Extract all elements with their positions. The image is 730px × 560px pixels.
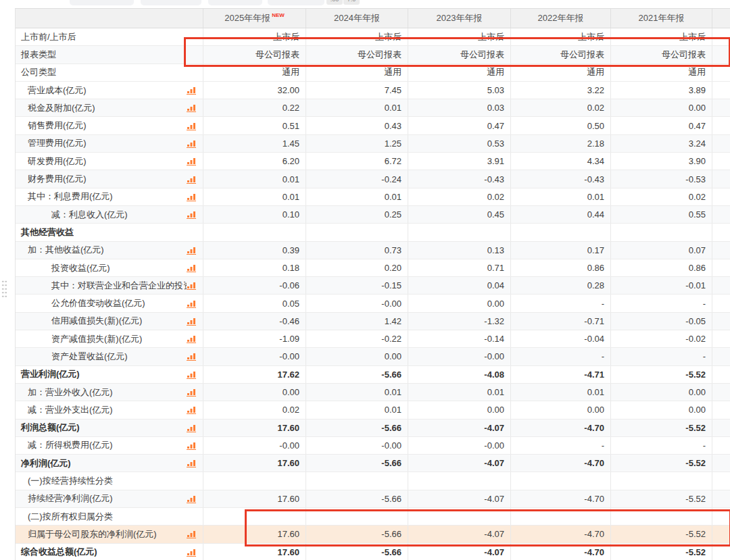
row-label: 销售费用(亿元) — [16, 120, 87, 132]
bar-chart-icon[interactable] — [187, 246, 196, 255]
value-cell: -5.66 — [306, 490, 408, 507]
value-cell: 6.20 — [203, 153, 306, 170]
clipped-cell — [712, 206, 730, 223]
clipped-cell — [712, 170, 730, 187]
toolbar-button[interactable] — [208, 0, 262, 5]
bar-chart-icon[interactable] — [187, 334, 196, 343]
row-label-cell: 研发费用(亿元) — [16, 153, 203, 170]
table-row: 资产减值损失(新)(亿元)-1.09-0.22-0.14-0.04-0.02 — [16, 330, 730, 348]
bar-chart-icon[interactable] — [187, 210, 196, 219]
clipped-cell — [712, 472, 730, 489]
value-cell: 0.55 — [611, 206, 712, 223]
value-cell: -4.07 — [408, 544, 511, 560]
value-cell: 0.73 — [306, 242, 408, 259]
toolbar-badge[interactable]: .00 — [326, 0, 343, 5]
bar-chart-icon[interactable] — [187, 459, 196, 467]
value-cell: -4.70 — [511, 455, 611, 472]
header-cell-period[interactable]: 2025年年报NEW — [203, 9, 306, 28]
table-row: 税金及附加(亿元)0.220.010.030.020.00 — [16, 99, 730, 117]
bar-chart-icon[interactable] — [187, 388, 196, 397]
table-row: 其中：利息费用(亿元)0.010.010.020.010.02 — [16, 188, 730, 206]
value-cell — [306, 508, 408, 525]
row-label-cell: 其他经营收益 — [16, 224, 203, 240]
header-cell-empty — [16, 9, 203, 28]
bar-chart-icon[interactable] — [187, 86, 196, 95]
bar-chart-icon[interactable] — [187, 548, 196, 557]
row-label: 上市前/上市后 — [16, 31, 76, 43]
value-cell: 母公司报表 — [203, 46, 306, 63]
toolbar-button[interactable] — [268, 0, 324, 5]
value-cell: -0.02 — [611, 330, 712, 347]
row-label: 营业利润(亿元) — [16, 368, 80, 380]
bar-chart-icon[interactable] — [187, 103, 196, 112]
row-label: 资产处置收益(亿元) — [16, 351, 128, 363]
table-row: 加：营业外收入(亿元)0.000.010.010.010.00 — [16, 384, 730, 401]
row-label: 报表类型 — [16, 49, 56, 61]
bar-chart-icon[interactable] — [187, 299, 196, 308]
row-label-cell: 净利润(亿元) — [16, 455, 203, 472]
value-cell — [611, 224, 712, 240]
value-cell: -5.52 — [611, 544, 712, 560]
value-cell: 0.47 — [408, 117, 511, 134]
value-cell: -0.14 — [408, 330, 511, 347]
toolbar-button[interactable] — [141, 0, 201, 5]
value-cell: 上市后 — [203, 28, 306, 45]
bar-chart-icon[interactable] — [187, 405, 196, 414]
value-cell — [203, 472, 306, 489]
bar-chart-icon[interactable] — [187, 263, 196, 272]
table-row: (二)按所有权归属分类 — [16, 508, 730, 526]
bar-chart-icon[interactable] — [187, 352, 196, 361]
value-cell: 5.03 — [408, 82, 511, 99]
value-cell: 通用 — [511, 64, 611, 81]
value-cell: 0.50 — [511, 117, 611, 134]
value-cell: - — [611, 295, 712, 311]
bar-chart-icon[interactable] — [187, 530, 196, 538]
table-row: 其中：对联营企业和合营企业的投资...-0.06-0.150.040.28-0.… — [16, 277, 730, 295]
value-cell: -0.46 — [203, 313, 306, 330]
value-cell: -5.52 — [611, 455, 712, 472]
value-cell: -4.07 — [408, 419, 511, 436]
row-label: 加：其他收益(亿元) — [16, 244, 104, 256]
bar-chart-icon[interactable] — [187, 494, 196, 503]
value-cell: 17.60 — [203, 490, 306, 507]
clipped-cell — [712, 259, 730, 276]
row-label: 财务费用(亿元) — [16, 173, 87, 185]
bar-chart-icon[interactable] — [187, 281, 196, 290]
clipped-cell — [712, 82, 730, 99]
header-cell-period[interactable]: 2023年年报 — [408, 9, 511, 28]
period-label: 2024年年报 — [334, 12, 380, 24]
header-cell-period[interactable]: 2024年年报 — [306, 9, 408, 28]
bar-chart-icon[interactable] — [187, 424, 196, 432]
row-label: 税金及附加(亿元) — [16, 102, 95, 114]
clipped-cell — [712, 99, 730, 116]
value-cell: 0.01 — [306, 401, 408, 418]
row-label-cell: 资产处置收益(亿元) — [16, 348, 203, 365]
bar-chart-icon[interactable] — [187, 441, 196, 450]
bar-chart-icon[interactable] — [187, 193, 196, 201]
table-row: 研发费用(亿元)6.206.723.914.343.90 — [16, 153, 730, 170]
bar-chart-icon[interactable] — [187, 122, 196, 130]
value-cell: - — [511, 348, 611, 365]
value-cell: -4.08 — [408, 366, 511, 383]
bar-chart-icon[interactable] — [187, 370, 196, 379]
value-cell: -0.05 — [611, 313, 712, 330]
bar-chart-icon[interactable] — [187, 139, 196, 148]
value-cell: 上市后 — [611, 28, 712, 45]
value-cell: 32.00 — [203, 82, 306, 99]
row-label-cell: 信用减值损失(新)(亿元) — [16, 313, 203, 330]
toolbar-button[interactable] — [70, 0, 134, 5]
row-label: (一)按经营持续性分类 — [16, 475, 113, 487]
header-cell-period[interactable]: 2021年年报 — [611, 9, 712, 28]
value-cell: -0.04 — [511, 330, 611, 347]
toolbar-badge[interactable]: 7.0 — [343, 0, 360, 5]
row-label: 其中：利息费用(亿元) — [16, 190, 113, 203]
table-row: 营业成本(亿元)32.007.455.033.223.89 — [16, 82, 730, 99]
bar-chart-icon[interactable] — [187, 157, 196, 166]
value-cell: -0.00 — [203, 437, 306, 454]
value-cell — [511, 508, 611, 525]
bar-chart-icon[interactable] — [187, 175, 196, 184]
drag-handle-icon[interactable] — [1, 280, 7, 298]
header-cell-period[interactable]: 2022年年报 — [511, 9, 611, 28]
table-row: 营业利润(亿元)17.62-5.66-4.08-4.71-5.52 — [16, 366, 730, 384]
bar-chart-icon[interactable] — [187, 317, 196, 326]
